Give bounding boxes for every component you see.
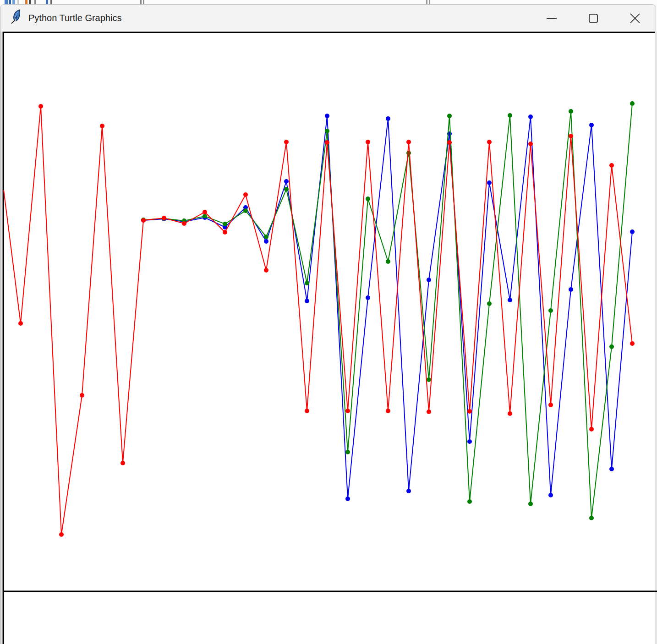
background-fragment <box>9 0 11 4</box>
background-fragment <box>29 0 31 4</box>
window-border-left <box>0 32 4 644</box>
maximize-icon <box>588 13 599 24</box>
window-border-right <box>655 32 657 644</box>
background-fragment <box>34 0 36 4</box>
close-icon <box>630 13 641 24</box>
titlebar[interactable]: Python Turtle Graphics <box>0 5 656 32</box>
background-fragment <box>429 0 430 4</box>
background-fragment <box>17 0 19 4</box>
window-controls <box>531 5 656 32</box>
minimize-button[interactable] <box>531 5 572 32</box>
window-title: Python Turtle Graphics <box>28 5 121 32</box>
background-fragment <box>140 0 142 4</box>
python-feather-icon <box>10 9 22 25</box>
turtle-window: Python Turtle Graphics <box>0 4 656 644</box>
background-fragment <box>426 0 427 4</box>
background-fragment <box>143 0 144 4</box>
turtle-canvas <box>0 32 657 644</box>
background-fragment <box>50 0 52 4</box>
background-fragment <box>12 0 15 4</box>
background-window-sliver <box>0 0 657 4</box>
minimize-icon <box>546 13 557 24</box>
background-fragment <box>5 0 8 4</box>
close-button[interactable] <box>614 5 656 32</box>
background-fragment <box>25 0 27 4</box>
maximize-button[interactable] <box>572 5 614 32</box>
background-fragment <box>46 0 48 4</box>
canvas-border-top <box>2 32 655 33</box>
